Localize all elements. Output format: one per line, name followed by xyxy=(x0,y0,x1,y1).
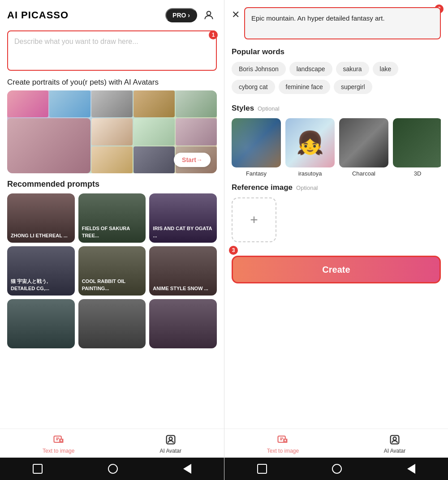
prompt-card-text: ANIME STYLE SNOW ... xyxy=(153,285,213,292)
avatar-cell xyxy=(91,118,133,145)
word-chip[interactable]: lake xyxy=(373,62,399,76)
popular-section: Popular words Boris Johnsonlandscapesaku… xyxy=(224,43,448,98)
styles-header: Styles Optional xyxy=(232,104,441,113)
right-text-to-image-icon xyxy=(276,433,289,446)
prompt-card[interactable]: COOL RABBIT OIL PAINTING... xyxy=(78,246,146,296)
sys-square-btn-r[interactable] xyxy=(257,464,267,474)
system-bar-left xyxy=(0,458,224,480)
prompt-placeholder-text: Describe what you want to draw here... xyxy=(14,38,138,45)
nav-label-right-ai-avatar: AI Avatar xyxy=(384,448,405,454)
reference-header: Reference image Optional xyxy=(232,183,441,192)
styles-optional: Optional xyxy=(258,105,279,112)
style-img-irasutoya xyxy=(285,118,335,167)
avatar-cell xyxy=(7,118,90,173)
svg-point-8 xyxy=(169,437,172,440)
avatar-cell xyxy=(91,146,133,173)
add-reference-image-button[interactable]: + xyxy=(232,197,276,242)
popular-words-row-1: Boris Johnsonlandscapesakuralake xyxy=(232,62,441,76)
avatar-cell xyxy=(49,90,90,117)
avatar-cell xyxy=(176,90,217,117)
recommended-section: Recommended prompts ZHONG LI ETHEREAL ..… xyxy=(7,180,217,425)
nav-item-right-text-to-image[interactable]: Text to image xyxy=(267,433,299,454)
prompt-card[interactable] xyxy=(7,299,75,348)
prompt-card-text: IRIS AND CAT BY OGATA ... xyxy=(153,225,213,239)
svg-point-16 xyxy=(393,437,396,440)
word-chip[interactable]: Boris Johnson xyxy=(232,62,286,76)
prompt-card[interactable]: IRIS AND CAT BY OGATA ... xyxy=(149,193,217,243)
style-label-fantasy: Fantasy xyxy=(246,170,267,177)
prompt-card[interactable] xyxy=(149,299,217,348)
avatars-title: Create portraits of you(r pets) with AI … xyxy=(7,78,217,87)
style-img-charcoal xyxy=(339,118,388,167)
style-label-3d: 3D xyxy=(414,170,422,177)
nav-label-right-text-to-image: Text to image xyxy=(267,448,299,454)
popular-title: Popular words xyxy=(232,47,441,56)
right-panel: 2 ✕ Epic mountain. An hyper detailed fan… xyxy=(224,0,448,480)
prompt-card[interactable]: ZHONG LI ETHEREAL ... xyxy=(7,193,75,243)
nav-item-ai-avatar[interactable]: AI Avatar xyxy=(159,433,181,454)
ai-avatar-icon xyxy=(164,433,177,446)
create-button[interactable]: Create xyxy=(232,256,441,283)
system-bar-right xyxy=(224,458,448,480)
avatars-section: Create portraits of you(r pets) with AI … xyxy=(7,78,217,173)
style-img-3d xyxy=(393,118,441,167)
prompt-card[interactable]: 猫 宇宙人と戦う, DETAILED CG,... xyxy=(7,246,75,296)
avatar-cell xyxy=(7,90,48,117)
avatar-cell xyxy=(91,90,133,117)
prompt-input-left[interactable]: Describe what you want to draw here... xyxy=(7,30,217,71)
sys-square-btn[interactable] xyxy=(33,464,43,474)
style-item-fantasy[interactable]: Fantasy xyxy=(232,118,281,177)
reference-section: Reference image Optional + xyxy=(224,177,448,242)
search-input-box[interactable]: Epic mountain. An hyper detailed fantasy… xyxy=(244,7,441,39)
style-label-charcoal: Charcoal xyxy=(352,170,375,177)
word-chip[interactable]: sakura xyxy=(336,62,369,76)
prompt-card[interactable]: ANIME STYLE SNOW ... xyxy=(149,246,217,296)
style-img-fantasy xyxy=(232,118,281,167)
sys-circle-btn-r[interactable] xyxy=(332,464,342,474)
badge-3: 3 xyxy=(229,246,238,255)
avatars-grid[interactable]: Start→ xyxy=(7,90,217,173)
bottom-nav-right: Text to image AI Avatar xyxy=(224,429,448,458)
avatar-cell xyxy=(134,146,175,173)
styles-row: FantasyirasutoyaCharcoal3D xyxy=(232,118,441,177)
style-label-irasutoya: irasutoya xyxy=(298,170,322,177)
pro-badge-button[interactable]: PRO › xyxy=(165,8,197,22)
bottom-nav-left: Text to image AI Avatar xyxy=(0,429,224,458)
sys-back-btn-r[interactable] xyxy=(407,464,415,474)
close-button[interactable]: ✕ xyxy=(232,7,240,21)
avatar-cell xyxy=(176,118,217,145)
nav-item-text-to-image[interactable]: Text to image xyxy=(43,433,74,454)
text-to-image-icon xyxy=(52,433,65,446)
style-item-irasutoya[interactable]: irasutoya xyxy=(285,118,335,177)
reference-title: Reference image xyxy=(232,183,293,192)
nav-label-ai-avatar: AI Avatar xyxy=(159,448,181,454)
styles-section: Styles Optional FantasyirasutoyaCharcoal… xyxy=(224,98,448,177)
word-chip[interactable]: supergirl xyxy=(334,80,372,94)
style-item-3d[interactable]: 3D xyxy=(393,118,441,177)
prompt-card-text: ZHONG LI ETHEREAL ... xyxy=(11,232,71,239)
prompt-card-text: FIELDS OF SAKURA TREE... xyxy=(82,225,142,239)
sys-back-btn[interactable] xyxy=(183,464,191,474)
nav-item-right-ai-avatar[interactable]: AI Avatar xyxy=(384,433,405,454)
prompt-card[interactable] xyxy=(78,299,146,348)
reference-optional: Optional xyxy=(296,184,318,191)
word-chip[interactable]: landscape xyxy=(289,62,332,76)
start-button[interactable]: Start→ xyxy=(174,153,211,167)
prompt-card-text: COOL RABBIT OIL PAINTING... xyxy=(82,278,142,292)
header: AI PICASSO PRO › xyxy=(0,0,224,27)
nav-label-text-to-image: Text to image xyxy=(43,448,74,454)
create-section: 3 Create xyxy=(224,242,448,283)
svg-point-0 xyxy=(207,11,211,15)
user-icon[interactable] xyxy=(201,7,217,23)
word-chip[interactable]: feminine face xyxy=(279,80,330,94)
popular-words-row-2: cyborg catfeminine facesupergirl xyxy=(232,80,441,94)
word-chip[interactable]: cyborg cat xyxy=(232,80,275,94)
right-ai-avatar-icon xyxy=(388,433,401,446)
prompt-card-text: 猫 宇宙人と戦う, DETAILED CG,... xyxy=(11,278,71,292)
avatar-cell xyxy=(134,90,175,117)
search-header: ✕ Epic mountain. An hyper detailed fanta… xyxy=(224,0,448,43)
style-item-charcoal[interactable]: Charcoal xyxy=(339,118,388,177)
app-logo: AI PICASSO xyxy=(7,9,162,21)
sys-circle-btn[interactable] xyxy=(108,464,118,474)
prompt-card[interactable]: FIELDS OF SAKURA TREE... xyxy=(78,193,146,243)
